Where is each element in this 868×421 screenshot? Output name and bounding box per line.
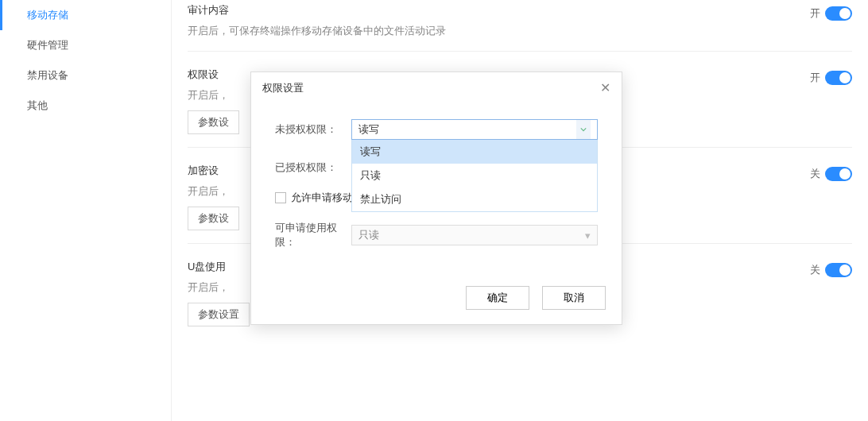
section-audit-toggle-text: 开 — [810, 6, 820, 21]
section-udisk-toggle-text: 关 — [810, 263, 820, 277]
section-audit-desc: 开启后，可保存终端操作移动存储设备中的文件活动记录 — [188, 24, 852, 38]
section-encrypt-toggle[interactable] — [825, 167, 852, 181]
section-udisk-title: U盘使用 — [188, 260, 226, 274]
section-udisk-param-button[interactable]: 参数设置 — [188, 303, 250, 326]
section-perm-toggle-text: 开 — [810, 71, 820, 85]
applicable-label: 可申请使用权限： — [275, 221, 351, 249]
close-icon[interactable]: ✕ — [600, 80, 610, 95]
unauth-label: 未授权权限： — [275, 122, 351, 137]
sidebar-item-other[interactable]: 其他 — [0, 91, 171, 121]
applicable-select[interactable]: 只读 ▾ — [351, 225, 598, 245]
section-audit-toggle[interactable] — [825, 6, 852, 21]
sidebar-item-hardware[interactable]: 硬件管理 — [0, 30, 171, 60]
section-encrypt-toggle-text: 关 — [810, 167, 820, 181]
section-perm-param-button[interactable]: 参数设 — [188, 110, 239, 134]
unauth-option-deny[interactable]: 禁止访问 — [352, 187, 597, 211]
section-audit-title: 审计内容 — [188, 3, 229, 17]
section-encrypt-param-button[interactable]: 参数设 — [188, 207, 239, 230]
section-encrypt-title: 加密设 — [188, 164, 219, 178]
unauth-option-rw[interactable]: 读写 — [352, 140, 597, 164]
section-perm-toggle[interactable] — [825, 71, 852, 85]
allow-apply-checkbox[interactable] — [275, 192, 286, 203]
authed-label: 已授权权限： — [275, 160, 351, 175]
unauth-select[interactable]: 读写 — [351, 119, 598, 140]
sidebar: 移动存储 硬件管理 禁用设备 其他 — [0, 0, 172, 421]
ok-button[interactable]: 确定 — [466, 286, 529, 310]
cancel-button[interactable]: 取消 — [542, 286, 606, 310]
applicable-select-value: 只读 — [358, 228, 379, 242]
sidebar-item-mobile-storage[interactable]: 移动存储 — [0, 0, 171, 30]
chevron-down-icon: ▾ — [585, 230, 591, 241]
section-perm-title: 权限设 — [188, 68, 219, 82]
unauth-select-value: 读写 — [358, 122, 379, 137]
modal-permission-settings: 权限设置 ✕ 未授权权限： 读写 读写 只读 禁止访问 — [250, 71, 622, 325]
section-udisk-toggle[interactable] — [825, 263, 852, 277]
modal-title: 权限设置 — [262, 81, 304, 95]
chevron-down-icon — [576, 120, 591, 139]
unauth-dropdown: 读写 只读 禁止访问 — [351, 140, 598, 212]
sidebar-item-disable-device[interactable]: 禁用设备 — [0, 60, 171, 91]
unauth-option-ro[interactable]: 只读 — [352, 164, 597, 187]
